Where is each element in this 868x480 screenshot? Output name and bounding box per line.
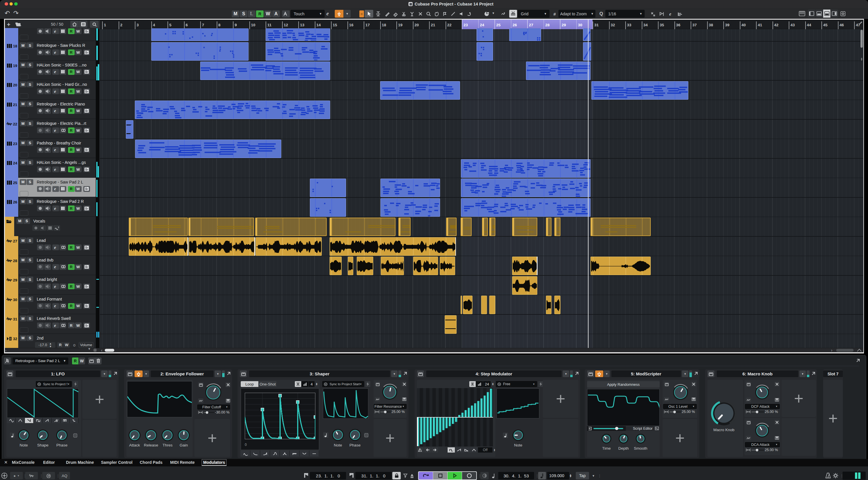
svg-text:e: e	[54, 128, 56, 133]
svg-text:e: e	[54, 108, 56, 113]
svg-text:e: e	[54, 303, 56, 308]
svg-text:e: e	[54, 50, 56, 55]
svg-text:e: e	[54, 284, 56, 289]
svg-text:e: e	[54, 206, 56, 211]
svg-text:e: e	[54, 167, 56, 172]
svg-text:e: e	[54, 89, 56, 94]
svg-text:e: e	[54, 245, 56, 250]
svg-text:e: e	[54, 323, 56, 328]
svg-text:e: e	[54, 69, 56, 74]
svg-text:e: e	[669, 11, 671, 16]
svg-text:e: e	[54, 29, 56, 34]
svg-text:e: e	[54, 186, 56, 191]
svg-text:e: e	[54, 265, 56, 269]
svg-text:e: e	[54, 147, 56, 152]
